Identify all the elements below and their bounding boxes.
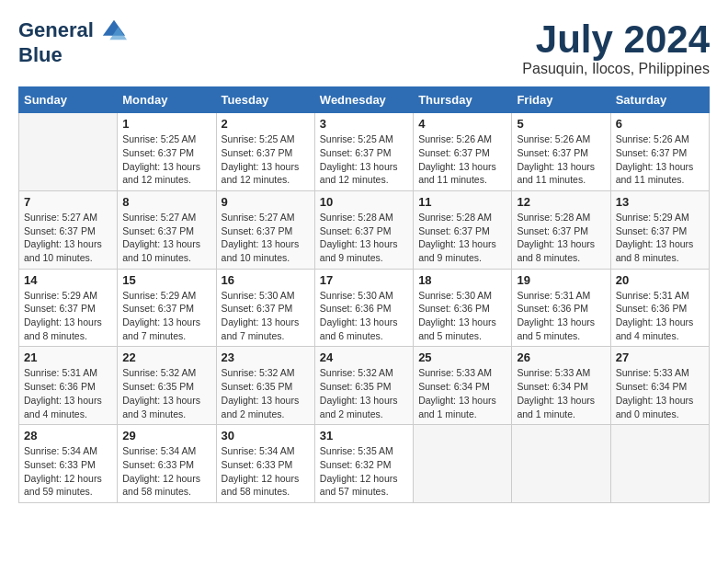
weekday-header-tuesday: Tuesday [216,87,314,113]
day-number: 13 [616,195,704,209]
calendar-cell: 11Sunrise: 5:28 AM Sunset: 6:37 PM Dayli… [414,190,512,269]
weekday-header-monday: Monday [118,87,216,113]
day-number: 8 [122,195,210,209]
day-number: 28 [24,429,112,442]
day-info: Sunrise: 5:30 AM Sunset: 6:36 PM Dayligh… [320,289,408,343]
day-number: 2 [222,117,310,131]
calendar-cell: 29Sunrise: 5:34 AM Sunset: 6:33 PM Dayli… [118,425,216,503]
calendar-cell: 7Sunrise: 5:27 AM Sunset: 6:37 PM Daylig… [19,190,118,269]
day-info: Sunrise: 5:26 AM Sunset: 6:37 PM Dayligh… [418,132,506,187]
day-info: Sunrise: 5:32 AM Sunset: 6:35 PM Dayligh… [122,366,210,420]
day-info: Sunrise: 5:32 AM Sunset: 6:35 PM Dayligh… [222,366,310,420]
location: Pasuquin, Ilocos, Philippines [522,61,710,77]
day-number: 3 [320,117,408,131]
day-number: 10 [320,195,408,209]
day-info: Sunrise: 5:26 AM Sunset: 6:37 PM Dayligh… [517,132,605,187]
title-block: July 2024 Pasuquin, Ilocos, Philippines [522,18,710,77]
calendar-cell: 25Sunrise: 5:33 AM Sunset: 6:34 PM Dayli… [414,347,512,425]
day-info: Sunrise: 5:33 AM Sunset: 6:34 PM Dayligh… [517,366,605,420]
weekday-header-row: SundayMondayTuesdayWednesdayThursdayFrid… [19,87,710,113]
calendar-week-row: 28Sunrise: 5:34 AM Sunset: 6:33 PM Dayli… [19,425,710,503]
calendar-cell: 28Sunrise: 5:34 AM Sunset: 6:33 PM Dayli… [19,425,118,503]
day-info: Sunrise: 5:29 AM Sunset: 6:37 PM Dayligh… [24,289,112,343]
day-info: Sunrise: 5:31 AM Sunset: 6:36 PM Dayligh… [24,366,112,420]
day-number: 23 [222,350,310,364]
calendar-cell: 15Sunrise: 5:29 AM Sunset: 6:37 PM Dayli… [118,269,216,347]
weekday-header-wednesday: Wednesday [314,87,413,113]
calendar-cell: 20Sunrise: 5:31 AM Sunset: 6:36 PM Dayli… [610,269,709,347]
day-number: 14 [24,273,112,287]
day-info: Sunrise: 5:28 AM Sunset: 6:37 PM Dayligh… [517,211,605,265]
calendar-cell: 24Sunrise: 5:32 AM Sunset: 6:35 PM Dayli… [314,347,413,425]
day-number: 19 [517,273,605,287]
calendar-cell: 8Sunrise: 5:27 AM Sunset: 6:37 PM Daylig… [118,190,216,269]
calendar-cell: 26Sunrise: 5:33 AM Sunset: 6:34 PM Dayli… [512,347,610,425]
day-number: 5 [517,117,605,131]
calendar-cell: 10Sunrise: 5:28 AM Sunset: 6:37 PM Dayli… [314,190,413,269]
month-title: July 2024 [522,18,710,61]
calendar-body: 1Sunrise: 5:25 AM Sunset: 6:37 PM Daylig… [19,113,710,503]
calendar-cell: 19Sunrise: 5:31 AM Sunset: 6:36 PM Dayli… [512,269,610,347]
logo: General Blue [18,18,127,66]
calendar-cell: 23Sunrise: 5:32 AM Sunset: 6:35 PM Dayli… [216,347,314,425]
calendar-cell: 30Sunrise: 5:34 AM Sunset: 6:33 PM Dayli… [216,425,314,503]
day-number: 24 [320,350,408,364]
logo-text: General [18,18,127,44]
day-number: 25 [418,350,506,364]
day-info: Sunrise: 5:25 AM Sunset: 6:37 PM Dayligh… [222,132,310,187]
day-info: Sunrise: 5:34 AM Sunset: 6:33 PM Dayligh… [122,444,210,499]
day-number: 7 [24,195,112,209]
calendar-cell: 22Sunrise: 5:32 AM Sunset: 6:35 PM Dayli… [118,347,216,425]
day-number: 30 [222,429,310,442]
calendar-cell: 31Sunrise: 5:35 AM Sunset: 6:32 PM Dayli… [314,425,413,503]
calendar-cell: 9Sunrise: 5:27 AM Sunset: 6:37 PM Daylig… [216,190,314,269]
calendar-cell [610,425,709,503]
day-info: Sunrise: 5:33 AM Sunset: 6:34 PM Dayligh… [418,366,506,420]
day-number: 1 [122,117,210,131]
day-number: 15 [122,273,210,287]
day-info: Sunrise: 5:27 AM Sunset: 6:37 PM Dayligh… [24,211,112,265]
calendar-cell: 1Sunrise: 5:25 AM Sunset: 6:37 PM Daylig… [118,113,216,191]
day-number: 12 [517,195,605,209]
day-info: Sunrise: 5:25 AM Sunset: 6:37 PM Dayligh… [122,132,210,187]
day-number: 22 [122,350,210,364]
calendar-cell: 21Sunrise: 5:31 AM Sunset: 6:36 PM Dayli… [19,347,118,425]
day-number: 16 [222,273,310,287]
day-info: Sunrise: 5:26 AM Sunset: 6:37 PM Dayligh… [616,132,704,187]
day-info: Sunrise: 5:30 AM Sunset: 6:36 PM Dayligh… [418,289,506,343]
day-number: 18 [418,273,506,287]
day-info: Sunrise: 5:33 AM Sunset: 6:34 PM Dayligh… [616,366,704,420]
day-info: Sunrise: 5:30 AM Sunset: 6:37 PM Dayligh… [222,289,310,343]
calendar-cell: 4Sunrise: 5:26 AM Sunset: 6:37 PM Daylig… [414,113,512,191]
calendar-cell [414,425,512,503]
calendar-cell: 13Sunrise: 5:29 AM Sunset: 6:37 PM Dayli… [610,190,709,269]
page-header: General Blue July 2024 Pasuquin, Ilocos,… [18,18,710,77]
calendar-cell: 2Sunrise: 5:25 AM Sunset: 6:37 PM Daylig… [216,113,314,191]
calendar-cell: 14Sunrise: 5:29 AM Sunset: 6:37 PM Dayli… [19,269,118,347]
calendar-cell: 16Sunrise: 5:30 AM Sunset: 6:37 PM Dayli… [216,269,314,347]
calendar-week-row: 21Sunrise: 5:31 AM Sunset: 6:36 PM Dayli… [19,347,710,425]
day-info: Sunrise: 5:32 AM Sunset: 6:35 PM Dayligh… [320,366,408,420]
weekday-header-friday: Friday [512,87,610,113]
day-number: 4 [418,117,506,131]
day-number: 11 [418,195,506,209]
day-info: Sunrise: 5:29 AM Sunset: 6:37 PM Dayligh… [616,211,704,265]
calendar-cell: 27Sunrise: 5:33 AM Sunset: 6:34 PM Dayli… [610,347,709,425]
day-info: Sunrise: 5:34 AM Sunset: 6:33 PM Dayligh… [24,444,112,499]
calendar-cell: 5Sunrise: 5:26 AM Sunset: 6:37 PM Daylig… [512,113,610,191]
day-number: 29 [122,429,210,442]
weekday-header-thursday: Thursday [414,87,512,113]
day-info: Sunrise: 5:28 AM Sunset: 6:37 PM Dayligh… [418,211,506,265]
day-info: Sunrise: 5:27 AM Sunset: 6:37 PM Dayligh… [122,211,210,265]
calendar-cell: 17Sunrise: 5:30 AM Sunset: 6:36 PM Dayli… [314,269,413,347]
day-info: Sunrise: 5:29 AM Sunset: 6:37 PM Dayligh… [122,289,210,343]
calendar-cell: 3Sunrise: 5:25 AM Sunset: 6:37 PM Daylig… [314,113,413,191]
day-info: Sunrise: 5:31 AM Sunset: 6:36 PM Dayligh… [517,289,605,343]
day-number: 17 [320,273,408,287]
calendar-cell: 6Sunrise: 5:26 AM Sunset: 6:37 PM Daylig… [610,113,709,191]
day-info: Sunrise: 5:34 AM Sunset: 6:33 PM Dayligh… [222,444,310,499]
day-number: 31 [320,429,408,442]
calendar-week-row: 14Sunrise: 5:29 AM Sunset: 6:37 PM Dayli… [19,269,710,347]
weekday-header-sunday: Sunday [19,87,118,113]
day-number: 20 [616,273,704,287]
